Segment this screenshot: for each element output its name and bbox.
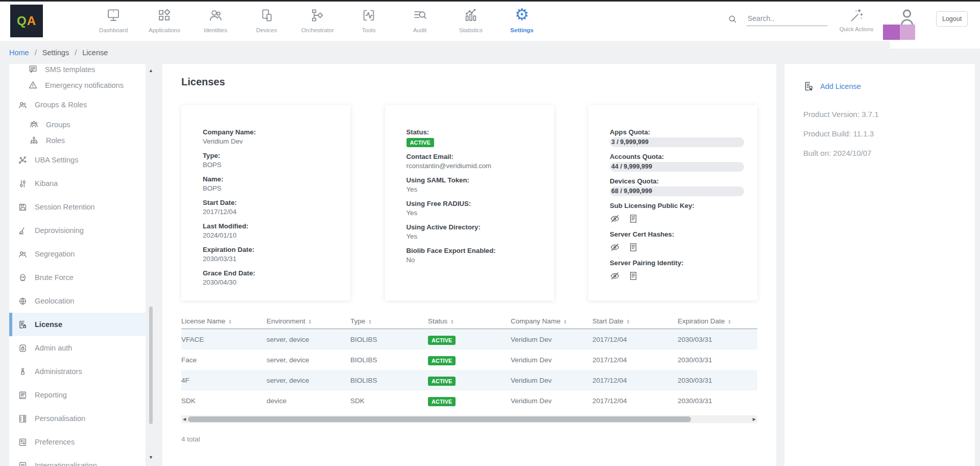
sidebar-item-label: License (35, 320, 62, 329)
nav-item-applications[interactable]: Applications (139, 6, 190, 38)
table-row[interactable]: SDKdeviceSDK ACTIVE Veridium Dev2017/12/… (181, 390, 757, 411)
document-lines-icon (28, 64, 38, 74)
sidebar-item-admin-auth[interactable]: Admin auth (9, 336, 146, 360)
devices-icon (259, 8, 274, 23)
scroll-right-arrow[interactable]: ▶ (753, 417, 756, 422)
field-value: 2030/03/31 (203, 254, 337, 264)
field-label: Expiration Date: (203, 245, 337, 254)
nav-item-statistics[interactable]: Statistics (445, 6, 496, 38)
sidebar-item-preferences[interactable]: Preferences (9, 430, 146, 454)
column-header[interactable]: Environment▲▼ (267, 317, 350, 325)
sidebar-item-label: UBA Settings (35, 156, 78, 164)
search-input[interactable] (747, 13, 827, 26)
field-label: Company Name: (203, 128, 337, 136)
sidebar-item-groups-roles[interactable]: Groups & Roles (9, 93, 146, 116)
column-header[interactable]: License Name▲▼ (181, 317, 267, 325)
field-value: BOPS (203, 160, 337, 170)
nav-label: Devices (256, 27, 277, 33)
sidebar-item-license[interactable]: License (9, 313, 146, 336)
broom-icon (18, 226, 28, 236)
sidebar-item-label: SMS templates (45, 65, 95, 74)
actions-panel: Add License Product Version: 3.7.1 Produ… (784, 64, 975, 466)
nav-item-audit[interactable]: Audit (394, 6, 445, 38)
audit-icon (412, 8, 427, 23)
table-row[interactable]: 4Fserver, deviceBIOLIBS ACTIVE Veridium … (181, 370, 757, 390)
sidebar-item-uba-settings[interactable]: UBA Settings (9, 148, 146, 172)
sidebar-scroll-up-arrow[interactable]: ▲ (149, 68, 153, 73)
breadcrumb-home-link[interactable]: Home (9, 49, 29, 57)
quick-actions-button[interactable]: Quick Actions (839, 8, 874, 32)
sidebar-item-label: Preferences (35, 438, 75, 446)
table-horizontal-scrollbar[interactable]: ◀ ▶ (181, 415, 757, 423)
sidebar-item-groups[interactable]: Groups (9, 116, 146, 132)
sidebar-item-reporting[interactable]: Reporting (9, 383, 146, 407)
sidebar-item-personalisation[interactable]: Personalisation (9, 407, 146, 430)
nav-label: Statistics (459, 27, 483, 33)
breadcrumb-separator: / (35, 49, 37, 57)
sidebar-item-deprovisioning[interactable]: Deprovisioning (9, 219, 146, 242)
sort-icon: ▲▼ (228, 319, 231, 324)
sidebar-item-segregation[interactable]: Segregation (9, 242, 146, 266)
reveal-eye-off-icon[interactable] (610, 271, 620, 281)
nav-item-dashboard[interactable]: Dashboard (88, 6, 139, 38)
nav-item-settings[interactable]: ⚙ Settings (496, 6, 547, 38)
settings-gear-icon: ⚙ (515, 6, 529, 23)
two-people-icon (18, 249, 28, 259)
brand-logo[interactable]: QA (10, 5, 43, 37)
scrollbar-thumb[interactable] (188, 416, 691, 422)
breadcrumb-settings: Settings (42, 49, 69, 57)
sidebar-item-emergency-notifications[interactable]: Emergency notifications (9, 77, 146, 93)
column-header[interactable]: Expiration Date▲▼ (678, 317, 757, 325)
floppy-disk-icon (18, 202, 28, 212)
nav-item-tools[interactable]: Tools (343, 6, 394, 38)
sidebar-item-brute-force[interactable]: Brute Force (9, 266, 146, 289)
language-swatch-dark[interactable] (883, 25, 900, 40)
orchestrator-icon (310, 8, 325, 23)
nav-item-identities[interactable]: Identities (190, 6, 241, 38)
copy-icon[interactable] (628, 242, 638, 252)
search-icon[interactable] (728, 14, 737, 24)
reveal-eye-off-icon[interactable] (610, 214, 620, 224)
nav-item-devices[interactable]: Devices (241, 6, 292, 38)
sidebar-item-roles[interactable]: Roles (9, 132, 146, 148)
tools-icon (361, 8, 376, 23)
add-license-button[interactable]: Add License (803, 81, 975, 91)
sidebar-scrollbar-thumb[interactable] (149, 307, 153, 424)
sidebar-scroll-down-arrow[interactable]: ▼ (149, 455, 153, 460)
apps-quota-bar: 3 / 9,999,999 (610, 137, 744, 147)
logout-button[interactable]: Logout (936, 11, 968, 27)
sidebar-item-administrators[interactable]: Administrators (9, 360, 146, 383)
field-label: Apps Quota: (610, 128, 744, 136)
field-label: Accounts Quota: (610, 152, 744, 161)
sidebar-item-internationalisation[interactable]: Internationalisation (9, 454, 146, 466)
top-bar: QA Dashboard Applications Identities Dev… (0, 2, 980, 41)
language-swatch-light[interactable] (900, 25, 915, 40)
status-badge: ACTIVE (407, 138, 434, 147)
breadcrumb-license: License (82, 49, 108, 57)
sidebar-item-label: Roles (46, 136, 65, 145)
column-header[interactable]: Company Name▲▼ (511, 317, 592, 325)
product-build: Product Build: 11.1.3 (803, 129, 975, 138)
license-icon (18, 320, 28, 330)
field-value: BOPS (203, 183, 337, 193)
sort-icon: ▲▼ (368, 319, 371, 324)
sidebar-item-geolocation[interactable]: Geolocation (9, 289, 146, 313)
table-row[interactable]: VFACEserver, deviceBIOLIBS ACTIVE Veridi… (181, 329, 757, 350)
license-quota-card: Apps Quota:3 / 9,999,999 Accounts Quota:… (588, 105, 757, 300)
field-label: Biolib Face Export Enabled: (407, 246, 541, 255)
sidebar-item-kibana[interactable]: Kibana (9, 172, 146, 195)
scroll-left-arrow[interactable]: ◀ (183, 417, 186, 422)
column-header[interactable]: Type▲▼ (350, 317, 428, 325)
sidebar-item-session-retention[interactable]: Session Retention (9, 195, 146, 219)
nav-item-orchestrator[interactable]: Orchestrator (292, 6, 343, 38)
hierarchy-icon (29, 135, 39, 145)
table-row[interactable]: Faceserver, deviceBIOLIBS ACTIVE Veridiu… (181, 350, 757, 370)
sidebar-item-sms-templates[interactable]: SMS templates (9, 64, 146, 77)
node-graph-icon (18, 155, 28, 165)
copy-icon[interactable] (628, 271, 638, 281)
copy-icon[interactable] (628, 214, 638, 224)
column-header[interactable]: Start Date▲▼ (592, 317, 678, 325)
globe-icon (18, 296, 28, 306)
reveal-eye-off-icon[interactable] (610, 242, 620, 252)
column-header[interactable]: Status▲▼ (428, 317, 511, 325)
